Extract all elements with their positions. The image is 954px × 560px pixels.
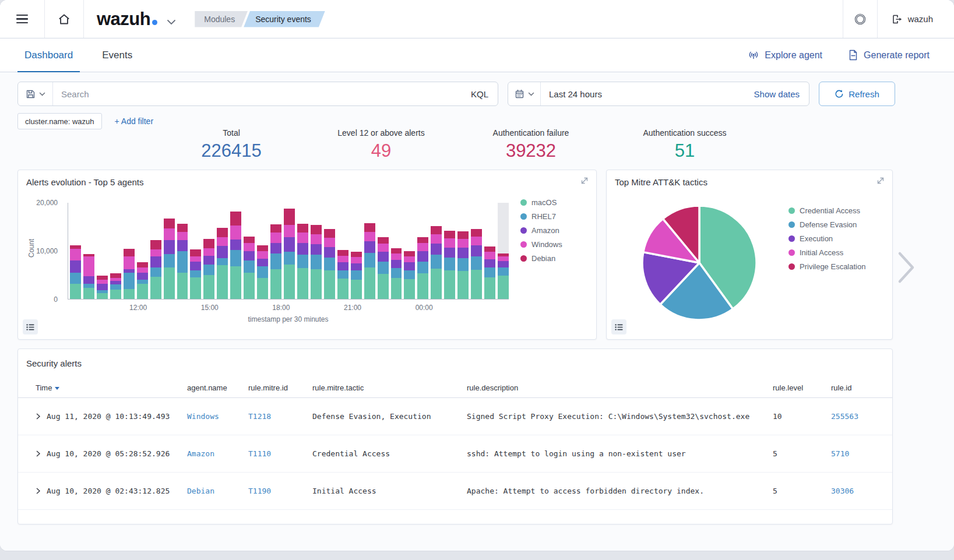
stat-label: Authentication success: [592, 128, 778, 138]
column-header-rule-id[interactable]: rule.id: [831, 383, 875, 392]
cell-rule-mitre-id[interactable]: T1110: [248, 449, 312, 458]
stacked-bar: [230, 203, 241, 299]
generate-report-label: Generate report: [864, 50, 930, 61]
legend-item[interactable]: Debian: [520, 254, 562, 263]
stats-row: Total 226415 Level 12 or above alerts 49…: [0, 128, 954, 172]
menu-button[interactable]: [0, 15, 44, 23]
column-header-rule-mitre-id[interactable]: rule.mitre.id: [248, 383, 312, 392]
y-tick-label: 0: [17, 295, 58, 304]
expand-icon: [580, 176, 589, 185]
sort-desc-icon: [55, 387, 59, 390]
breadcrumb-modules[interactable]: Modules: [195, 11, 248, 27]
logout-icon: [892, 14, 903, 24]
cell-rule-id[interactable]: 5710: [831, 449, 875, 458]
stacked-bar: [337, 203, 348, 299]
legend-dot-icon: [788, 235, 795, 242]
stacked-bar: [203, 203, 214, 299]
brand-logo[interactable]: wazuh: [97, 9, 176, 30]
column-header-rule-level[interactable]: rule.level: [773, 383, 831, 392]
stacked-bar: [378, 203, 389, 299]
table-row: Aug 10, 2020 @ 05:28:52.926 Amazon T1110…: [18, 435, 892, 473]
legend-item[interactable]: Execution: [788, 234, 865, 243]
tab-bar: Dashboard Events Explore agent Generate …: [0, 38, 954, 72]
legend-item[interactable]: Privilege Escalation: [788, 262, 865, 271]
bar-plot: [68, 203, 509, 300]
cell-agent-name[interactable]: Amazon: [187, 449, 248, 458]
legend-label: Debian: [531, 254, 555, 263]
user-menu-button[interactable]: wazuh: [878, 14, 954, 24]
legend-item[interactable]: macOS: [520, 198, 562, 207]
breadcrumb: Modules Security events: [195, 11, 325, 27]
pie-chart-legend: Credential AccessDefense EvasionExecutio…: [788, 206, 865, 271]
chevron-down-icon[interactable]: [167, 19, 176, 25]
legend-item[interactable]: Amazon: [520, 226, 562, 235]
tab-dashboard[interactable]: Dashboard: [17, 38, 80, 72]
ring-icon: [854, 13, 867, 26]
app-window: wazuh Modules Security events wazuh Dash…: [0, 0, 954, 551]
legend-label: Defense Evasion: [800, 220, 857, 229]
cell-agent-name[interactable]: Windows: [187, 412, 248, 421]
pie-chart: [638, 202, 761, 324]
inspect-chart-button[interactable]: [23, 319, 38, 334]
column-header-time[interactable]: Time: [36, 383, 187, 392]
refresh-label: Refresh: [849, 89, 879, 99]
legend-item[interactable]: Credential Access: [788, 206, 865, 215]
health-indicator-button[interactable]: [843, 13, 877, 26]
legend-label: Initial Access: [800, 248, 843, 257]
legend-item[interactable]: Defense Evasion: [788, 220, 865, 229]
filter-pill-cluster-name[interactable]: cluster.name: wazuh: [17, 113, 102, 129]
column-header-agent-name[interactable]: agent.name: [187, 383, 248, 392]
stacked-bar: [150, 203, 161, 299]
cell-rule-id[interactable]: 30306: [831, 487, 875, 495]
stacked-bar: [244, 203, 255, 299]
cell-rule-mitre-id[interactable]: T1218: [248, 412, 312, 421]
stat-value: 51: [592, 140, 778, 161]
legend-label: Amazon: [531, 226, 559, 235]
show-dates-button[interactable]: Show dates: [754, 89, 809, 99]
refresh-button[interactable]: Refresh: [819, 82, 895, 106]
save-icon: [26, 89, 36, 99]
explore-agent-button[interactable]: Explore agent: [748, 50, 822, 61]
search-input[interactable]: [53, 89, 462, 99]
tab-events[interactable]: Events: [95, 38, 139, 72]
x-tick-label: 18:00: [272, 304, 290, 312]
saved-query-button[interactable]: [18, 82, 53, 105]
legend-item[interactable]: RHEL7: [520, 212, 562, 221]
cell-rule-mitre-id[interactable]: T1190: [248, 487, 312, 495]
column-header-rule-mitre-tactic[interactable]: rule.mitre.tactic: [312, 383, 467, 392]
column-header-rule-description[interactable]: rule.description: [467, 383, 773, 392]
expand-row-button[interactable]: [36, 413, 41, 420]
list-icon: [26, 323, 34, 331]
home-button[interactable]: [45, 13, 83, 25]
stacked-bar: [83, 203, 94, 299]
stacked-bar: [297, 203, 308, 299]
expand-panel-button[interactable]: [580, 176, 590, 186]
cell-agent-name[interactable]: Debian: [187, 487, 248, 495]
cell-rule-level: 10: [773, 412, 831, 421]
stacked-bar: [284, 203, 295, 299]
inspect-chart-button[interactable]: [611, 319, 626, 334]
kql-button[interactable]: KQL: [462, 89, 498, 99]
legend-label: Execution: [800, 234, 833, 243]
explore-agent-label: Explore agent: [765, 50, 822, 61]
expand-row-button[interactable]: [36, 488, 41, 494]
table-row: Aug 11, 2020 @ 10:13:49.493 Windows T121…: [18, 398, 892, 435]
calendar-menu-button[interactable]: [508, 82, 541, 105]
legend-item[interactable]: Initial Access: [788, 248, 865, 257]
expand-row-button[interactable]: [36, 450, 41, 457]
date-range-value[interactable]: Last 24 hours: [541, 89, 754, 99]
cell-rule-id[interactable]: 255563: [831, 412, 875, 421]
stacked-bar: [444, 203, 455, 299]
chevron-down-icon: [39, 92, 45, 96]
x-axis-title: timestamp per 30 minutes: [68, 315, 509, 323]
expand-icon: [876, 176, 885, 185]
generate-report-button[interactable]: Generate report: [848, 50, 930, 61]
expand-panel-button[interactable]: [876, 176, 886, 186]
cell-time: Aug 11, 2020 @ 10:13:49.493: [47, 412, 170, 421]
table-row: Aug 10, 2020 @ 02:43:12.825 Debian T1190…: [18, 473, 892, 510]
next-panel-button[interactable]: [896, 251, 916, 284]
top-header: wazuh Modules Security events wazuh: [0, 0, 954, 38]
legend-item[interactable]: Windows: [520, 240, 562, 249]
add-filter-button[interactable]: + Add filter: [115, 117, 154, 126]
breadcrumb-security-events[interactable]: Security events: [244, 11, 325, 27]
